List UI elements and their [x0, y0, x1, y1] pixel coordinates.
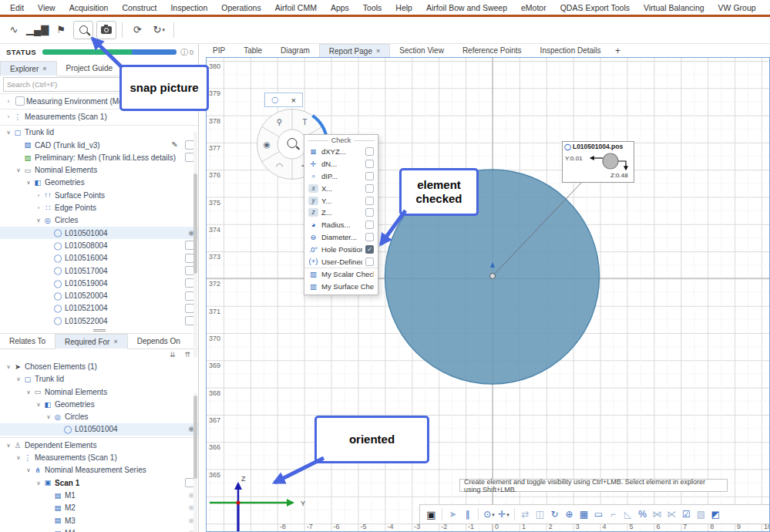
tree-row-m1[interactable]: ▤M1◉: [0, 489, 198, 501]
tab-pip[interactable]: PIP: [203, 44, 234, 57]
tab-explorer[interactable]: Explorer×: [0, 61, 57, 76]
expander-icon[interactable]: ∨: [5, 363, 12, 370]
tree-row-nominal-elements[interactable]: ∨▭Nominal Elements: [0, 386, 198, 398]
scrollbar-thumb[interactable]: [193, 173, 197, 274]
snap-picture-icon[interactable]: [96, 21, 116, 39]
menu-operations[interactable]: Operations: [214, 3, 267, 12]
expander-icon[interactable]: ∨: [35, 401, 42, 408]
new-tab-button[interactable]: +: [610, 44, 626, 57]
check-item-user-defined[interactable]: (+)User-Defined...: [304, 255, 378, 268]
pip-view-icon[interactable]: ▣: [424, 510, 439, 520]
expander-icon[interactable]: ∨: [15, 167, 22, 173]
menu-help[interactable]: Help: [388, 3, 419, 12]
tab-inspection-details[interactable]: Inspection Details: [531, 44, 610, 57]
expander-icon[interactable]: ∨: [5, 129, 12, 136]
expander-icon[interactable]: ›: [5, 113, 12, 120]
expander-icon[interactable]: ∨: [35, 480, 42, 487]
tree-row-geometries[interactable]: ∨◧Geometries: [0, 398, 198, 410]
check-item-x[interactable]: xX...: [304, 182, 378, 194]
tree-row-trunk-lid[interactable]: ∨▢Trunk lid: [0, 373, 198, 386]
link-icon[interactable]: %: [635, 510, 650, 519]
scroll-to-selection-icon[interactable]: ⇈: [184, 351, 190, 359]
flip-icon[interactable]: ⇄: [518, 510, 533, 519]
tree-row-measurements-scan-1[interactable]: ›⋮Measurements (Scan 1): [0, 109, 198, 123]
check-item-radius[interactable]: ◕Radius...: [304, 219, 378, 231]
pos-annotation-label[interactable]: ◯ L010501004.pos Y:0.01 Z:0.48: [562, 141, 634, 183]
checkbox[interactable]: [365, 160, 374, 168]
explorer-scrollbar[interactable]: [193, 131, 197, 358]
close-icon[interactable]: ×: [291, 96, 295, 105]
arc-tool-icon[interactable]: ◠: [274, 160, 286, 173]
globe-icon[interactable]: ⊕: [562, 510, 577, 519]
check-item-diameter[interactable]: ⊖Diameter...: [304, 231, 378, 244]
hole-marker[interactable]: [603, 153, 618, 169]
checkbox[interactable]: [365, 172, 374, 180]
mirror-icon[interactable]: ◫: [533, 510, 547, 519]
tree-row-l010519004[interactable]: ◯L010519004: [0, 277, 198, 289]
move-mode-icon[interactable]: ✛▾: [496, 510, 511, 519]
tree-row-circles[interactable]: ∨◎Circles: [0, 411, 198, 423]
menu-edit[interactable]: Edit: [3, 3, 31, 12]
menu-acquisition[interactable]: Acquisition: [62, 3, 116, 12]
tree-row-surface-points[interactable]: ›↑↑Surface Points: [0, 189, 198, 201]
tab-depends-on[interactable]: Depends On: [128, 334, 190, 348]
expander-icon[interactable]: ∨: [25, 466, 32, 473]
checkbox[interactable]: [365, 233, 374, 241]
menu-view[interactable]: View: [31, 3, 62, 12]
checkbox-overlay-icon[interactable]: ☑: [679, 510, 694, 519]
close-icon[interactable]: ×: [113, 338, 117, 345]
info-icon[interactable]: ⓘ: [180, 47, 188, 58]
screen-fit-icon[interactable]: ▦: [577, 510, 591, 519]
angle-tool-icon[interactable]: ◺: [620, 510, 635, 519]
zoom-extents-icon[interactable]: ⋉: [664, 510, 679, 519]
tree-row-m3[interactable]: ▤M3◉: [0, 514, 198, 527]
view-orientation-icon[interactable]: ◉: [261, 138, 273, 150]
expander-icon[interactable]: ∨: [25, 179, 32, 186]
tree-row-m4[interactable]: ▤M4◉: [0, 527, 198, 532]
search-icon[interactable]: [73, 21, 93, 39]
tab-diagram[interactable]: Diagram: [271, 44, 319, 57]
expander-icon[interactable]: ∨: [35, 217, 42, 224]
checkbox[interactable]: ✓: [365, 245, 374, 254]
tab-report-page[interactable]: Report Page×: [319, 44, 390, 58]
menu-construct[interactable]: Construct: [115, 3, 163, 12]
tree-row-l010516004[interactable]: ◯L010516004: [0, 252, 198, 264]
sync-icon[interactable]: ⟳: [128, 22, 146, 39]
tree-row-circles[interactable]: ∨◎Circles: [0, 214, 198, 227]
tree-row-cad-trunk-lid-v3[interactable]: ▨CAD (Trunk lid_v3)✎: [0, 139, 198, 151]
rotate-icon[interactable]: ↻: [547, 510, 562, 519]
circle-capture-icon[interactable]: ⊙▾: [482, 510, 496, 519]
tab-table[interactable]: Table: [234, 44, 271, 57]
layout-icon[interactable]: ◩: [708, 510, 723, 519]
tree-row-l010501004[interactable]: ◯L010501004◉: [0, 423, 198, 436]
tree-row-l010517004[interactable]: ◯L010517004: [0, 264, 198, 277]
close-icon[interactable]: ×: [42, 65, 46, 72]
checkbox[interactable]: [15, 96, 25, 106]
check-item-my-surface-check[interactable]: ▥My Surface Check: [304, 281, 378, 293]
checkbox[interactable]: [365, 197, 374, 205]
check-item-z[interactable]: zZ...: [304, 207, 378, 219]
checkbox[interactable]: [365, 184, 374, 193]
tree-row-l010508004[interactable]: ◯L010508004: [0, 239, 198, 251]
checkbox[interactable]: [365, 147, 374, 156]
histogram-icon[interactable]: ▁▄▇: [26, 22, 49, 39]
image-overlay-icon[interactable]: ▧: [694, 510, 708, 519]
menu-inspection[interactable]: Inspection: [163, 3, 214, 12]
flag-icon[interactable]: ⚑: [52, 22, 70, 39]
edit-pencil-icon[interactable]: ✎: [172, 141, 178, 149]
check-item-y[interactable]: yY...: [304, 194, 378, 207]
menu-airfoil-bow-and-sweep[interactable]: Airfoil Bow and Sweep: [419, 3, 514, 12]
menu-airfoil-cmm[interactable]: Airfoil CMM: [268, 3, 324, 12]
tree-row-measurements-scan-1[interactable]: ∨⋮Measurements (Scan 1): [0, 451, 198, 463]
report-canvas[interactable]: Y Z 380379378377376375374373372371370369…: [206, 57, 770, 532]
expander-icon[interactable]: ∨: [45, 413, 52, 420]
tree-row-m2[interactable]: ▤M2◉: [0, 502, 198, 514]
tab-section-view[interactable]: Section View: [390, 44, 453, 57]
slider-icon[interactable]: ∥: [460, 510, 475, 519]
tree-row-dependent-elements[interactable]: ∨♙Dependent Elements: [0, 437, 198, 451]
relations-scrollbar[interactable]: [193, 392, 197, 532]
tree-row-nominal-measurement-series[interactable]: ∨⋔Nominal Measurement Series: [0, 464, 198, 476]
check-item-hole-position[interactable]: .0°Hole Position...✓: [304, 243, 378, 255]
tree-row-nominal-elements[interactable]: ∨▭Nominal Elements: [0, 163, 198, 176]
expander-icon[interactable]: ∨: [15, 375, 22, 382]
